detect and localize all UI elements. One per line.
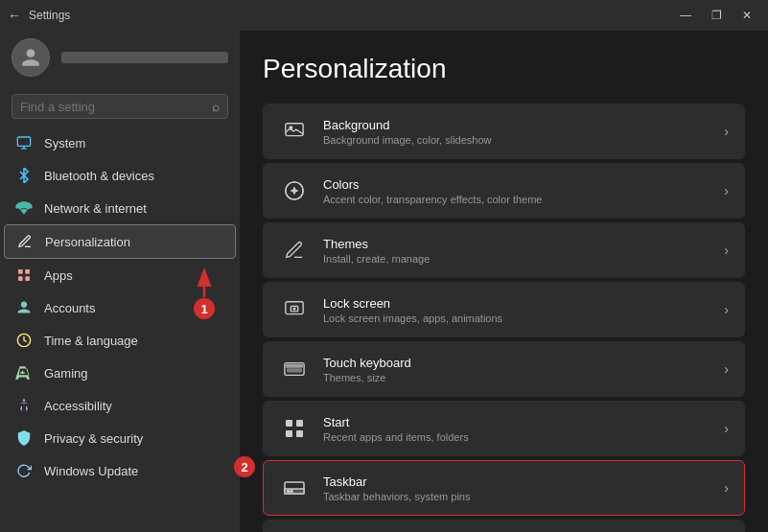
start-text: Start Recent apps and items, folders	[323, 415, 724, 443]
privacy-icon	[15, 429, 33, 447]
svg-rect-0	[17, 137, 30, 146]
svg-rect-26	[296, 420, 303, 427]
search-box[interactable]: ⌕	[12, 94, 228, 119]
system-icon	[15, 134, 33, 151]
setting-item-touchkeyboard[interactable]: Touch keyboard Themes, size ›	[263, 341, 745, 397]
svg-rect-22	[297, 364, 300, 367]
lockscreen-icon	[279, 294, 310, 325]
main-layout: ⌕ System Bluetooth & devices Network & i…	[0, 31, 768, 532]
background-title: Background	[323, 118, 724, 132]
touchkeyboard-icon	[279, 354, 310, 384]
search-area: ⌕	[0, 88, 240, 127]
setting-item-themes[interactable]: Themes Install, create, manage ›	[263, 222, 745, 278]
user-name-bar	[61, 52, 228, 63]
gaming-icon	[15, 364, 33, 382]
start-subtitle: Recent apps and items, folders	[323, 431, 724, 443]
nav-label-network: Network & internet	[44, 201, 147, 216]
nav-item-system[interactable]: System	[4, 127, 236, 159]
update-icon	[15, 462, 33, 479]
start-icon	[279, 413, 310, 444]
maximize-button[interactable]: ❐	[703, 6, 730, 25]
background-text: Background Background image, color, slid…	[323, 118, 724, 146]
lockscreen-text: Lock screen Lock screen images, apps, an…	[323, 296, 724, 324]
svg-point-17	[293, 308, 295, 310]
page-title: Personalization	[263, 54, 745, 84]
svg-rect-6	[25, 276, 30, 281]
content-area: Personalization Background Background im…	[240, 31, 768, 532]
svg-rect-9	[20, 372, 25, 374]
bluetooth-icon	[15, 167, 33, 184]
setting-item-background[interactable]: Background Background image, color, slid…	[263, 104, 745, 159]
svg-rect-28	[296, 430, 303, 437]
close-button[interactable]: ✕	[733, 6, 760, 25]
sidebar: ⌕ System Bluetooth & devices Network & i…	[0, 31, 240, 532]
setting-item-fonts[interactable]: A Fonts Install, manage ›	[263, 520, 745, 532]
svg-rect-24	[288, 369, 302, 372]
nav-item-privacy[interactable]: Privacy & security	[4, 422, 236, 454]
back-nav-icon[interactable]: ←	[8, 8, 21, 23]
titlebar-controls: — ❐ ✕	[672, 6, 760, 25]
themes-icon	[279, 235, 310, 266]
taskbar-text: Taskbar Taskbar behaviors, system pins	[323, 474, 724, 502]
svg-rect-20	[290, 364, 292, 367]
background-chevron: ›	[724, 124, 729, 139]
svg-rect-4	[25, 269, 30, 274]
svg-point-12	[290, 127, 292, 129]
lockscreen-title: Lock screen	[323, 296, 724, 311]
colors-chevron: ›	[724, 183, 729, 198]
colors-subtitle: Accent color, transparency effects, colo…	[323, 194, 724, 205]
setting-item-colors[interactable]: Colors Accent color, transparency effect…	[263, 163, 745, 219]
themes-chevron: ›	[724, 243, 729, 258]
nav-item-personalization[interactable]: Personalization	[4, 224, 236, 259]
themes-title: Themes	[323, 237, 724, 251]
nav-item-update[interactable]: Windows Update	[4, 454, 236, 487]
themes-text: Themes Install, create, manage	[323, 237, 724, 265]
touchkeyboard-title: Touch keyboard	[323, 356, 724, 370]
start-chevron: ›	[724, 421, 729, 436]
user-area	[0, 31, 240, 88]
nav-label-privacy: Privacy & security	[44, 431, 143, 446]
setting-item-lockscreen[interactable]: Lock screen Lock screen images, apps, an…	[263, 282, 745, 337]
touchkeyboard-text: Touch keyboard Themes, size	[323, 356, 724, 383]
svg-point-10	[23, 399, 26, 402]
svg-rect-3	[18, 269, 23, 274]
svg-rect-25	[286, 420, 292, 427]
colors-title: Colors	[323, 177, 724, 192]
minimize-button[interactable]: —	[672, 6, 699, 25]
background-subtitle: Background image, color, slideshow	[323, 134, 724, 146]
nav-item-gaming[interactable]: Gaming	[4, 357, 236, 389]
themes-subtitle: Install, create, manage	[323, 253, 724, 265]
nav-item-accessibility[interactable]: Accessibility	[4, 389, 236, 422]
lockscreen-subtitle: Lock screen images, apps, animations	[323, 312, 724, 324]
titlebar: ← Settings — ❐ ✕	[0, 0, 768, 31]
accessibility-icon	[15, 397, 33, 414]
nav-label-update: Windows Update	[44, 464, 138, 478]
nav-item-accounts[interactable]: Accounts	[4, 291, 236, 324]
nav-label-accessibility: Accessibility	[44, 399, 112, 413]
search-input[interactable]	[20, 100, 206, 114]
setting-item-start[interactable]: Start Recent apps and items, folders ›	[263, 401, 745, 456]
nav-item-bluetooth[interactable]: Bluetooth & devices	[4, 159, 236, 192]
taskbar-title: Taskbar	[323, 474, 724, 489]
nav-label-gaming: Gaming	[44, 366, 88, 381]
taskbar-subtitle: Taskbar behaviors, system pins	[323, 491, 724, 502]
svg-point-32	[291, 491, 292, 493]
nav-label-bluetooth: Bluetooth & devices	[44, 169, 154, 183]
nav-item-network[interactable]: Network & internet	[4, 192, 236, 224]
apps-icon	[15, 266, 33, 284]
start-title: Start	[323, 415, 724, 429]
nav-item-apps[interactable]: Apps	[4, 259, 236, 291]
svg-rect-23	[300, 364, 302, 367]
lockscreen-chevron: ›	[724, 302, 729, 317]
accounts-icon	[15, 299, 33, 316]
setting-item-taskbar[interactable]: Taskbar Taskbar behaviors, system pins ›	[263, 460, 745, 516]
svg-point-31	[288, 491, 290, 493]
nav-label-system: System	[44, 136, 85, 150]
nav-item-time[interactable]: Time & language	[4, 324, 236, 357]
time-icon	[15, 332, 33, 349]
touchkeyboard-chevron: ›	[724, 361, 729, 377]
personalization-icon	[16, 233, 34, 250]
avatar	[12, 38, 50, 77]
svg-rect-27	[286, 430, 292, 437]
background-icon	[279, 116, 310, 147]
